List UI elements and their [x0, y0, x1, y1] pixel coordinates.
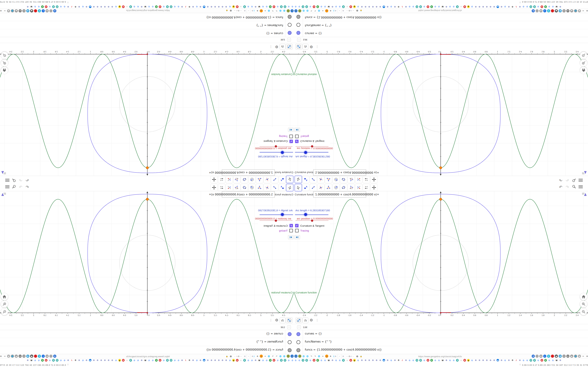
arc-arrow-icon[interactable]: ↷ [271, 9, 274, 12]
bookmark-favicon[interactable]: Я [45, 5, 47, 8]
bookmark-favicon[interactable]: ✳ [305, 359, 308, 362]
back-arrow-icon[interactable]: ← [233, 9, 236, 12]
algebra-expression[interactable]: funcNames = {" "} [305, 340, 332, 343]
kebab-icon[interactable]: ⋮ [315, 317, 319, 323]
globe-gray-icon[interactable]: 🌐 [11, 355, 14, 358]
gear-icon[interactable]: ⚙ [329, 9, 332, 12]
bookmark-favicon[interactable]: f [70, 5, 73, 8]
bookmark-favicon[interactable]: G [390, 5, 392, 8]
target-icon[interactable]: ⊙ [342, 9, 345, 12]
ellipse-tool[interactable] [241, 184, 248, 191]
bookmark-favicon[interactable]: ▲ [467, 5, 470, 8]
select-tool[interactable] [294, 176, 302, 183]
globe-icon[interactable]: 🌐 [268, 9, 270, 12]
bookmark-favicon[interactable]: G [82, 359, 84, 362]
visibility-toggle[interactable] [296, 15, 300, 19]
bookmark-favicon[interactable]: ✿ [207, 5, 209, 8]
gearflower-icon[interactable]: ❉ [45, 355, 49, 358]
circle-tool[interactable] [249, 184, 256, 191]
bookmark-favicon[interactable]: i [240, 5, 242, 8]
target-icon[interactable]: ⊙ [334, 9, 337, 12]
layout-icon[interactable] [295, 317, 302, 323]
bookmark-favicon[interactable]: G [148, 5, 150, 8]
bookmark-favicon[interactable]: i [126, 359, 128, 362]
bookmark-favicon[interactable]: ✿ [500, 5, 503, 8]
target-icon[interactable]: ⊙ [251, 355, 254, 358]
folder-icon[interactable]: 🗀 [348, 9, 351, 12]
bookmark-favicon[interactable]: ✿ [107, 5, 110, 8]
search-icon[interactable] [571, 177, 577, 182]
reflect-tool[interactable] [355, 176, 362, 183]
function-input[interactable]: 1.000000000000 + cos(4.000000000000 x) ▼ [313, 191, 366, 198]
layout-icon[interactable] [286, 44, 293, 50]
kite-logo-icon[interactable]: ▼ [294, 9, 297, 12]
point-tool[interactable]: A [302, 176, 309, 183]
puzzle-icon[interactable]: ■ [7, 9, 10, 12]
intersect-tool[interactable] [317, 184, 324, 191]
intersect-tool[interactable] [264, 184, 271, 191]
intersect-tool[interactable] [264, 176, 271, 183]
bookmark-favicon[interactable]: ✿ [104, 359, 106, 362]
bookmark-favicon[interactable]: G [434, 5, 437, 8]
bookmark-favicon[interactable]: ✿ [445, 5, 448, 8]
graphics-view[interactable]: -2.4-2.2-2-1.8-1.6-1.4-1.2-1-0.8-0.6-0.4… [0, 51, 294, 176]
bookmark-favicon[interactable]: G [229, 5, 231, 8]
globe-gray-icon[interactable]: 🌐 [11, 9, 14, 12]
bookmark-favicon[interactable]: ✶ [544, 5, 547, 8]
fx-icon[interactable]: fx [303, 44, 308, 50]
wrench-icon[interactable]: ✂ [582, 9, 585, 12]
visibility-toggle[interactable] [288, 340, 292, 344]
chevron-down-icon[interactable]: ▼ [377, 171, 379, 174]
bookmark-favicon[interactable]: ⚙ [74, 359, 77, 362]
lock-icon[interactable]: 🔒 [225, 355, 229, 358]
bookmark-favicon[interactable]: ✿ [489, 359, 492, 362]
bookmark-favicon[interactable]: ✿ [207, 359, 209, 362]
wrench-icon[interactable]: ✂ [321, 9, 324, 12]
globe-color-icon[interactable]: ❖ [26, 9, 29, 12]
back-arrow-icon[interactable]: ← [352, 355, 355, 358]
angle-tool[interactable]: α [347, 176, 355, 183]
graphics-view[interactable]: -2.4-2.2-2-1.8-1.6-1.4-1.2-1-0.8-0.6-0.4… [0, 191, 294, 316]
bookmark-favicon[interactable]: i [240, 359, 242, 362]
bookmark-favicon[interactable]: G [177, 359, 180, 362]
curvature-tangent-checkbox[interactable]: ✓ [295, 224, 299, 227]
point-tool[interactable]: A [302, 184, 309, 191]
bookmark-favicon[interactable]: ▬ [89, 359, 92, 362]
bookmark-favicon[interactable]: f [70, 359, 73, 362]
arc-position-slider-knob[interactable] [311, 219, 313, 222]
bookmark-favicon[interactable]: ✿ [67, 359, 69, 362]
stylebar-toggle-icon[interactable] [582, 192, 587, 197]
slider-tool[interactable]: a=2 [218, 184, 225, 191]
bookmark-favicon[interactable]: ✿ [386, 359, 389, 362]
ud-icon[interactable]: UD [18, 9, 22, 12]
bookmark-favicon[interactable]: G [338, 5, 341, 8]
bookmark-favicon[interactable]: ✳ [243, 359, 246, 362]
bookmark-favicon[interactable]: G [294, 5, 297, 8]
circle-icon[interactable]: ○ [338, 9, 341, 12]
bookmark-favicon[interactable]: ✿ [217, 359, 220, 362]
zoom-out-button[interactable] [580, 308, 587, 315]
globe-icon[interactable]: 🌐 [268, 355, 270, 358]
back-arrow-icon[interactable]: ← [233, 355, 236, 358]
ice-icon[interactable] [34, 9, 37, 12]
bookmark-favicon[interactable]: ✿ [100, 359, 103, 362]
shield-gray-icon[interactable]: ◆ [15, 9, 18, 12]
graphics-view[interactable]: -2.4-2.2-2-1.8-1.6-1.4-1.2-1-0.8-0.6-0.4… [294, 51, 588, 176]
bookmark-favicon[interactable]: Я [159, 5, 161, 8]
undo-icon[interactable]: ↶ [557, 185, 564, 189]
puzzle-icon[interactable]: ■ [7, 355, 10, 358]
bookmark-favicon[interactable]: Я [349, 359, 352, 362]
bookmark-favicon[interactable]: ✿ [508, 5, 510, 8]
arc-length-slider-knob[interactable] [281, 213, 284, 216]
bookmark-favicon[interactable]: ✿ [78, 359, 80, 362]
fx-icon[interactable]: fx [303, 317, 308, 323]
zoom-in-button[interactable] [580, 59, 587, 67]
bookmark-favicon[interactable]: G [137, 359, 139, 362]
chevron-down-icon[interactable]: ▼ [209, 193, 211, 196]
bookmark-favicon[interactable]: ✶ [41, 5, 44, 8]
bookmark-favicon[interactable]: ✿ [519, 359, 521, 362]
bookmark-favicon[interactable]: G [471, 5, 473, 8]
globe-icon[interactable]: 🌐 [279, 355, 282, 358]
bookmark-favicon[interactable]: ✳ [342, 359, 345, 362]
bookmark-favicon[interactable]: ▬ [382, 5, 385, 8]
